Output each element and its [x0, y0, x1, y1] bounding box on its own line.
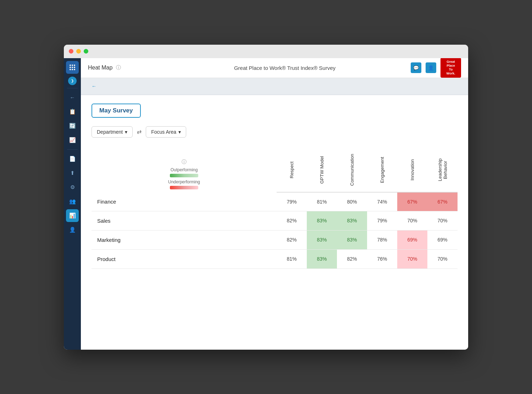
user-button[interactable]: 👤: [426, 62, 436, 73]
data-cell: 67%: [427, 192, 458, 211]
sidebar-item-sync[interactable]: 🔄: [66, 120, 79, 132]
col-header-engagement: Engagement: [367, 146, 397, 192]
data-cell: 79%: [367, 211, 397, 230]
titlebar: [64, 45, 468, 58]
data-cell: 80%: [337, 192, 367, 211]
row-department-label: Sales: [92, 211, 277, 230]
back-button[interactable]: ←: [92, 83, 96, 89]
data-cell: 76%: [367, 249, 397, 268]
sub-nav: ←: [81, 78, 468, 95]
department-chevron-icon: ▾: [125, 129, 127, 135]
header-center-title: Great Place to Work® Trust Index® Survey: [159, 65, 411, 71]
department-dropdown[interactable]: Department ▾: [92, 126, 133, 138]
table-row: Sales82%83%83%79%70%70%: [92, 211, 458, 230]
swap-icon: ⇄: [137, 128, 142, 135]
sidebar-item-heatmap[interactable]: 📊: [66, 209, 79, 222]
sidebar-item-team[interactable]: 👥: [66, 195, 79, 208]
sidebar-item-reports[interactable]: 📋: [66, 105, 79, 118]
data-cell: 83%: [307, 211, 337, 230]
svg-point-7: [72, 69, 73, 70]
col-header-innovation-label: Innovation: [410, 149, 415, 188]
focus-area-label: Focus Area: [151, 129, 176, 135]
data-cell: 82%: [277, 211, 307, 230]
data-cell: 82%: [277, 230, 307, 249]
svg-point-1: [72, 65, 73, 66]
col-header-respect: Respect: [277, 146, 307, 192]
col-header-innovation: Innovation: [397, 146, 427, 192]
reports-icon: 📋: [69, 109, 76, 115]
svg-point-3: [70, 67, 71, 68]
data-cell: 81%: [277, 249, 307, 268]
col-header-leadership-behavior: Leadership Behavior: [427, 146, 458, 192]
data-cell: 74%: [367, 192, 397, 211]
maximize-button[interactable]: [84, 49, 88, 54]
sidebar-item-back[interactable]: ←: [66, 91, 79, 104]
data-cell: 83%: [307, 249, 337, 268]
row-department-label: Marketing: [92, 230, 277, 249]
data-cell: 82%: [337, 249, 367, 268]
focus-area-dropdown[interactable]: Focus Area ▾: [146, 126, 186, 138]
row-department-label: Finance: [92, 192, 277, 211]
data-cell: 70%: [427, 249, 458, 268]
table-row: Product81%83%82%76%70%70%: [92, 249, 458, 268]
user-icon: 👤: [428, 65, 434, 71]
sidebar-divider-1: [67, 88, 78, 88]
focus-area-chevron-icon: ▾: [178, 129, 181, 135]
data-cell: 79%: [277, 192, 307, 211]
profile-icon: 👤: [69, 227, 76, 233]
svg-point-0: [70, 65, 71, 66]
gptw-logo: Great Place To Work.: [440, 58, 461, 78]
analytics-icon: 📈: [69, 137, 76, 143]
data-cell: 69%: [427, 230, 458, 249]
svg-point-8: [74, 69, 75, 70]
data-cell: 83%: [337, 211, 367, 230]
minimize-button[interactable]: [76, 49, 81, 54]
data-cell: 78%: [367, 230, 397, 249]
svg-point-5: [74, 67, 75, 68]
table-header-row: ⓘ Outperforming Underperforming Respect: [92, 146, 458, 192]
sidebar-item-settings[interactable]: ⚙: [66, 181, 79, 194]
chat-button[interactable]: 💬: [411, 62, 421, 73]
app-window: ❯ ← 📋 🔄 📈 📄 ⬆ ⚙: [64, 45, 468, 350]
documents-icon: 📄: [69, 156, 76, 162]
legend-bar-green: [170, 174, 198, 177]
row-department-label: Product: [92, 249, 277, 268]
expand-sidebar-button[interactable]: ❯: [68, 77, 77, 85]
col-header-engagement-label: Engagement: [379, 149, 385, 188]
heatmap-container: ⓘ Outperforming Underperforming Respect: [92, 146, 458, 269]
survey-title[interactable]: May Survey: [92, 104, 141, 118]
col-header-communication-label: Communication: [349, 149, 355, 188]
legend-cell: ⓘ Outperforming Underperforming: [92, 146, 277, 192]
data-cell: 81%: [307, 192, 337, 211]
sidebar-item-upload[interactable]: ⬆: [66, 167, 79, 179]
sidebar: ❯ ← 📋 🔄 📈 📄 ⬆ ⚙: [64, 58, 81, 350]
info-icon[interactable]: ⓘ: [116, 65, 121, 71]
svg-point-4: [72, 67, 73, 68]
col-header-leadership-behavior-label: Leadership Behavior: [437, 149, 448, 188]
content-area: Heat Map ⓘ Great Place to Work® Trust In…: [81, 58, 468, 350]
header-left: Heat Map ⓘ: [88, 65, 159, 71]
sidebar-item-documents[interactable]: 📄: [66, 152, 79, 165]
data-cell: 83%: [337, 230, 367, 249]
data-cell: 70%: [397, 211, 427, 230]
svg-point-6: [70, 69, 71, 70]
heatmap-table: ⓘ Outperforming Underperforming Respect: [92, 146, 458, 269]
header-right: 💬 👤 Great Place To Work.: [411, 58, 461, 78]
sidebar-item-profile[interactable]: 👤: [66, 223, 79, 236]
filters-row: Department ▾ ⇄ Focus Area ▾: [92, 126, 458, 138]
legend-bar-red: [170, 186, 198, 189]
legend-outperforming-label: Outperforming: [97, 167, 271, 172]
data-cell: 83%: [307, 230, 337, 249]
sidebar-item-analytics[interactable]: 📈: [66, 134, 79, 146]
team-icon: 👥: [69, 198, 76, 205]
close-button[interactable]: [69, 49, 73, 54]
settings-icon: ⚙: [70, 184, 75, 190]
data-cell: 70%: [427, 211, 458, 230]
col-header-gptw-model: GPTW Model: [307, 146, 337, 192]
col-header-communication: Communication: [337, 146, 367, 192]
sidebar-divider-2: [67, 149, 78, 150]
main-content: May Survey Department ▾ ⇄ Focus Area ▾: [81, 95, 468, 350]
legend-underperforming-label: Underperforming: [97, 179, 271, 184]
legend-info-icon: ⓘ: [97, 159, 271, 165]
back-icon: ←: [70, 94, 75, 100]
